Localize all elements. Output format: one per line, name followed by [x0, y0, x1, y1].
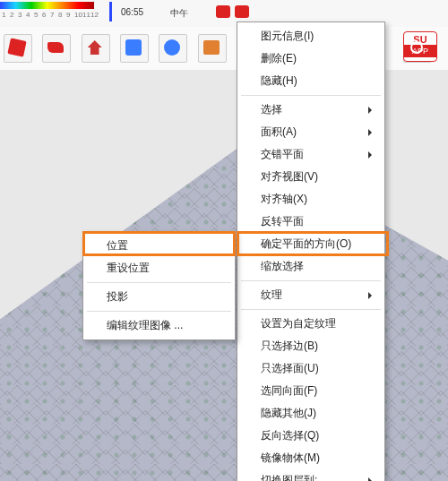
timeline-marker: 12: [90, 11, 99, 19]
context-menu-item[interactable]: 交错平面: [239, 143, 383, 166]
timeline-marker: 9: [66, 11, 70, 19]
context-menu-item[interactable]: 对齐轴(X): [239, 188, 383, 210]
mini-icon-1[interactable]: [216, 5, 230, 18]
context-menu-item[interactable]: 面积(A): [239, 121, 383, 143]
tool-curve[interactable]: [42, 34, 71, 63]
menu-separator: [87, 282, 231, 283]
current-time-label: 06:55: [121, 7, 143, 17]
context-menu-item[interactable]: 确定平面的方向(O): [239, 233, 383, 255]
timeline-marker: 5: [34, 11, 38, 19]
texture-submenu-item[interactable]: 位置: [85, 235, 233, 257]
timeline-marker: 2: [10, 11, 13, 19]
context-menu-item[interactable]: 只选择边(B): [239, 335, 383, 357]
menu-separator: [241, 95, 381, 96]
menu-separator: [241, 280, 381, 281]
context-menu-item[interactable]: 缩放选择: [239, 255, 383, 278]
context-menu-item[interactable]: 隐藏其他(J): [239, 402, 383, 425]
context-menu: 图元信息(I)删除(E)隐藏(H)选择面积(A)交错平面对齐视图(V)对齐轴(X…: [237, 21, 385, 481]
context-menu-item[interactable]: 选择: [239, 99, 383, 121]
texture-submenu-item[interactable]: 重设位置: [85, 257, 233, 279]
timeline-marker: 1: [2, 11, 5, 19]
mini-icon-2[interactable]: [235, 5, 249, 18]
context-menu-item[interactable]: 选同向面(F): [239, 380, 383, 402]
context-menu-item[interactable]: 切换图层到:: [239, 469, 383, 481]
tool-blue-misc[interactable]: [159, 34, 187, 63]
context-menu-item[interactable]: 镜像物体(M): [239, 447, 383, 469]
noon-label: 中午: [170, 7, 188, 20]
tool-assign[interactable]: [4, 34, 32, 63]
timeline-marker: 7: [50, 11, 54, 19]
tool-orange[interactable]: [198, 34, 227, 63]
menu-separator: [241, 309, 381, 310]
context-menu-item[interactable]: 反向选择(Q): [239, 425, 383, 447]
menu-separator: [87, 311, 231, 312]
context-menu-item[interactable]: 图元信息(I): [239, 25, 383, 47]
context-menu-item[interactable]: 隐藏(H): [239, 70, 383, 92]
timeline-marker: 3: [18, 11, 22, 19]
tool-home-view[interactable]: [82, 34, 110, 63]
shadow-gradient[interactable]: [0, 2, 94, 9]
time-slider-handle[interactable]: [109, 2, 112, 21]
timeline-marker: 11: [82, 11, 90, 19]
texture-submenu-item[interactable]: 投影: [85, 286, 233, 308]
timeline-marker: 8: [58, 11, 62, 19]
context-menu-item[interactable]: 反转平面: [239, 210, 383, 233]
app-window: 123456789101112 06:55 中午 ✖ SU APP 图元信息(I…: [0, 0, 448, 481]
texture-submenu-item[interactable]: 编辑纹理图像 ...: [85, 314, 233, 337]
timeline-marker: 6: [42, 11, 46, 19]
context-menu-item[interactable]: 设置为自定纹理: [239, 313, 383, 335]
timeline-marker: 10: [74, 11, 82, 19]
context-menu-item[interactable]: 删除(E): [239, 47, 383, 70]
context-menu-item[interactable]: 纹理: [239, 284, 383, 306]
tool-pushpull[interactable]: [120, 34, 149, 63]
context-menu-item[interactable]: 对齐视图(V): [239, 166, 383, 188]
timeline-marker: 4: [26, 11, 30, 19]
context-menu-item[interactable]: 只选择面(U): [239, 357, 383, 380]
texture-submenu: 位置重设位置投影编辑纹理图像 ...: [82, 231, 236, 340]
